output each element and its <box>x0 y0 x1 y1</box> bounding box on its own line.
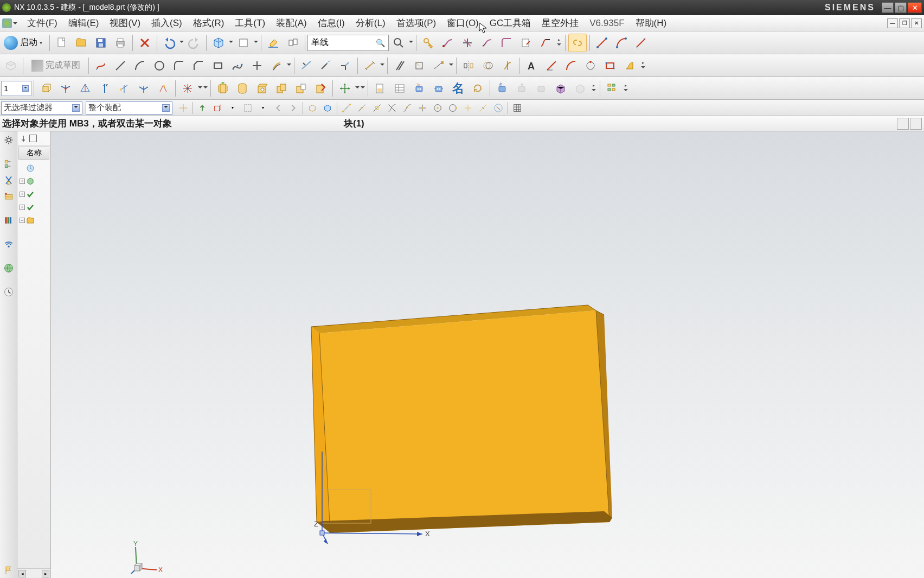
grid-button[interactable] <box>510 101 524 115</box>
rect-dim-button[interactable] <box>601 56 619 75</box>
dimension-dropdown[interactable] <box>380 63 385 68</box>
snap-pt-button[interactable] <box>461 101 475 115</box>
unite-button[interactable] <box>272 79 291 98</box>
extrude-direction-button[interactable] <box>178 79 197 98</box>
assign3-button[interactable]: 名 <box>493 79 511 98</box>
rb-flag-button[interactable] <box>1 563 16 578</box>
refresh-button[interactable] <box>469 79 487 98</box>
cue-btn1[interactable] <box>897 118 909 130</box>
redo-button[interactable] <box>185 34 203 52</box>
scope-combo[interactable]: 整个装配 <box>86 101 172 115</box>
menu-analysis[interactable]: 分析(L) <box>350 15 391 31</box>
clip-button[interactable] <box>284 34 302 52</box>
nav-row-history[interactable] <box>18 162 49 175</box>
datum-csys2-button[interactable] <box>134 79 153 98</box>
sketch-button[interactable] <box>2 56 20 75</box>
trim2-button[interactable] <box>317 56 335 75</box>
zoom-button[interactable] <box>389 34 408 52</box>
nav-row-modelhist[interactable]: − <box>18 214 49 227</box>
nav-hscroll[interactable]: ◂ ▸ <box>17 568 50 578</box>
assign1-button[interactable]: Te <box>410 79 428 98</box>
radial-dim-button[interactable] <box>581 56 600 75</box>
constraint1-button[interactable] <box>390 56 409 75</box>
subtract-button[interactable] <box>292 79 310 98</box>
line-sketch-button[interactable] <box>111 56 130 75</box>
hole-button[interactable] <box>253 79 271 98</box>
arc-tool-button[interactable] <box>612 34 631 52</box>
window-maximize-button[interactable]: ▢ <box>895 2 907 13</box>
vector-dropdown2[interactable] <box>203 86 208 91</box>
extrude-button[interactable] <box>214 79 232 98</box>
selection-filter-combo[interactable]: 无选择过滤器 <box>1 101 82 115</box>
layer-dropdown[interactable] <box>253 41 259 45</box>
start-button[interactable]: 启动 ▾ <box>1 34 47 52</box>
offset-dropdown[interactable] <box>286 63 292 68</box>
scroll-right-button[interactable]: ▸ <box>42 570 49 577</box>
curve3-button[interactable] <box>478 34 496 52</box>
arc-dim-button[interactable] <box>562 56 580 75</box>
mdi-restore-button[interactable]: ❐ <box>899 18 910 28</box>
region-button[interactable] <box>620 56 639 75</box>
sheet1-button[interactable] <box>371 79 389 98</box>
menu-edit[interactable]: 编辑(E) <box>63 15 105 31</box>
curve2-button[interactable] <box>458 34 477 52</box>
fb-csys-button[interactable] <box>176 101 190 115</box>
move-dropdown2[interactable] <box>360 86 365 91</box>
key-tool-button[interactable] <box>419 34 438 52</box>
revolve-button[interactable] <box>233 79 252 98</box>
fb-box-dd[interactable]: ▾ <box>226 101 240 115</box>
datum-csys[interactable]: X Z <box>314 522 433 555</box>
undo-dropdown[interactable] <box>179 41 184 45</box>
fb-box-button[interactable] <box>210 101 224 115</box>
scroll-left-button[interactable]: ◂ <box>18 570 26 577</box>
offset-sketch-button[interactable] <box>267 56 286 75</box>
spline-sketch-button[interactable] <box>228 56 247 75</box>
new-button[interactable] <box>53 34 71 52</box>
mdi-close-button[interactable]: ✕ <box>911 18 922 28</box>
render-dropdown[interactable] <box>228 41 234 45</box>
toolbar1-overflow[interactable] <box>555 34 563 52</box>
tree-button[interactable] <box>603 79 621 98</box>
toolbar2-overflow[interactable] <box>639 56 647 75</box>
datum-plane1-button[interactable] <box>56 79 75 98</box>
snap-face-button[interactable] <box>491 101 505 115</box>
nav-row-expr[interactable]: + <box>18 201 49 214</box>
snap-quad-button[interactable] <box>446 101 460 115</box>
intersect-button[interactable] <box>311 79 330 98</box>
sheet2-button[interactable] <box>390 79 409 98</box>
trim1-button[interactable] <box>297 56 316 75</box>
linetype-combo[interactable]: 单线 🔍 <box>307 35 389 51</box>
assign2-button[interactable] <box>429 79 448 98</box>
snap-intersect-button[interactable] <box>385 101 399 115</box>
render-style-button[interactable] <box>209 34 228 52</box>
curve1-button[interactable] <box>439 34 457 52</box>
snap-arc-button[interactable] <box>400 101 414 115</box>
cut-button[interactable] <box>136 34 154 52</box>
pattern1-button[interactable] <box>479 56 497 75</box>
graphics-viewport[interactable]: X Z X Y <box>51 131 924 578</box>
rb-history-button[interactable] <box>1 284 16 300</box>
pattern2-button[interactable] <box>498 56 517 75</box>
nx-menu-icon[interactable] <box>2 18 12 28</box>
curve6-button[interactable] <box>536 34 555 52</box>
print-button[interactable] <box>111 34 130 52</box>
line-tool-button[interactable] <box>593 34 611 52</box>
curve4-button[interactable] <box>497 34 516 52</box>
menu-insert[interactable]: 插入(S) <box>146 15 188 31</box>
assign5-button[interactable] <box>532 79 550 98</box>
datum-csys-button[interactable] <box>37 79 55 98</box>
save-button[interactable] <box>92 34 110 52</box>
value-spinner[interactable]: 1 <box>1 81 31 96</box>
rectangle-sketch-button[interactable] <box>209 56 227 75</box>
finish-sketch-button[interactable]: 完成草图 <box>25 56 86 75</box>
expand-button[interactable]: + <box>20 205 25 210</box>
datum-plane2-button[interactable] <box>76 79 94 98</box>
chamfer-sketch-button[interactable] <box>189 56 208 75</box>
window-close-button[interactable]: ✕ <box>908 2 922 13</box>
snap-ctrl-button[interactable] <box>370 101 384 115</box>
move-dropdown[interactable] <box>355 86 360 91</box>
mdi-minimize-button[interactable]: — <box>887 18 898 28</box>
fb-up-button[interactable] <box>195 101 209 115</box>
mirror-button[interactable] <box>459 56 478 75</box>
nav-row-views[interactable]: + <box>18 175 49 188</box>
